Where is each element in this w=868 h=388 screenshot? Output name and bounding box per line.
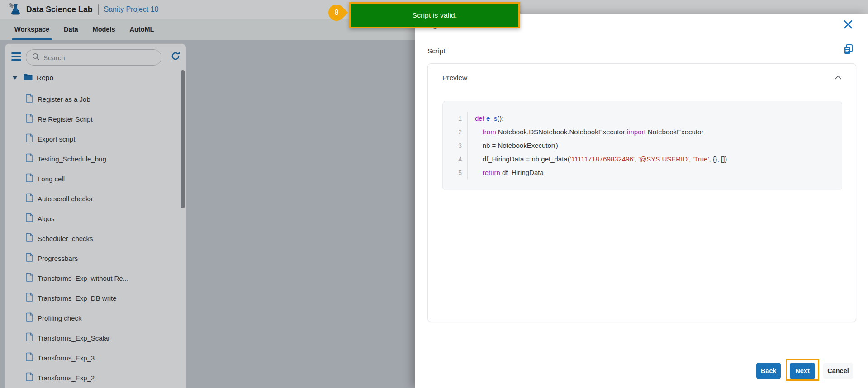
line-number: 5 bbox=[443, 166, 462, 180]
sidebar-file-item[interactable]: Register as a Job bbox=[5, 89, 182, 109]
code-text: nb = NotebookExecutor() bbox=[467, 139, 558, 152]
search-icon bbox=[32, 52, 40, 62]
tab-workspace[interactable]: Workspace bbox=[14, 19, 50, 40]
back-button[interactable]: Back bbox=[756, 363, 781, 379]
file-icon bbox=[26, 153, 33, 164]
sidebar-file-item[interactable]: Export script bbox=[5, 129, 182, 149]
file-icon bbox=[26, 233, 33, 244]
drawer-footer: Back Next Cancel 9 bbox=[415, 359, 868, 386]
file-item-label: Export script bbox=[38, 135, 75, 143]
file-icon bbox=[26, 253, 33, 264]
tab-label: Data bbox=[64, 26, 78, 33]
file-item-label: Profiling check bbox=[38, 314, 82, 322]
sidebar-item-repo[interactable]: Repo bbox=[5, 72, 186, 84]
sidebar-file-item[interactable]: Scheduler_checks bbox=[5, 228, 182, 248]
sidebar-file-item[interactable]: Transforms_Exp_without Re... bbox=[5, 268, 182, 288]
next-annotation-highlight: Next bbox=[786, 359, 819, 381]
file-icon bbox=[26, 332, 33, 343]
folder-icon bbox=[23, 73, 33, 83]
line-number: 3 bbox=[443, 139, 462, 152]
code-text: return df_HiringData bbox=[467, 166, 544, 180]
chevron-down-icon[interactable] bbox=[12, 74, 18, 82]
sidebar-file-item[interactable]: Testing_Schedule_bug bbox=[5, 149, 182, 169]
code-line: 2 from Notebook.DSNotebook.NotebookExecu… bbox=[443, 125, 842, 139]
code-text: def e_s(): bbox=[467, 112, 503, 125]
validation-toast: Script is valid. bbox=[349, 2, 520, 28]
sidebar-file-item[interactable]: Long cell bbox=[5, 169, 182, 189]
project-name[interactable]: Sanity Project 10 bbox=[104, 5, 159, 14]
tab-label: Workspace bbox=[14, 26, 49, 33]
sidebar-file-item[interactable]: Profiling check bbox=[5, 308, 182, 328]
search-box[interactable] bbox=[26, 49, 161, 66]
sidebar-file-item[interactable]: Transforms_Exp_Scalar bbox=[5, 328, 182, 348]
file-item-label: Auto scroll checks bbox=[38, 195, 92, 203]
code-line: 4 df_HiringData = nb.get_data('111117187… bbox=[443, 152, 842, 166]
tab-label: Models bbox=[93, 26, 115, 33]
toast-message: Script is valid. bbox=[413, 11, 457, 19]
file-item-label: Long cell bbox=[38, 175, 65, 183]
file-icon bbox=[26, 213, 33, 224]
next-button[interactable]: Next bbox=[790, 363, 815, 379]
sidebar-file-list: Register as a JobRe Register ScriptExpor… bbox=[5, 89, 182, 388]
sidebar-file-item[interactable]: Transforms_Exp_DB write bbox=[5, 288, 182, 308]
chevron-up-icon[interactable] bbox=[833, 74, 843, 82]
file-icon bbox=[26, 133, 33, 144]
sidebar-file-item[interactable]: Re Register Script bbox=[5, 109, 182, 129]
sidebar-file-item[interactable]: Algos bbox=[5, 208, 182, 228]
file-icon bbox=[26, 372, 33, 383]
file-item-label: Testing_Schedule_bug bbox=[38, 155, 106, 163]
file-item-label: Transforms_Exp_without Re... bbox=[38, 274, 128, 282]
sidebar-file-item[interactable]: Auto scroll checks bbox=[5, 189, 182, 208]
close-icon[interactable] bbox=[841, 18, 855, 32]
preview-card: Preview 1def e_s():2 from Notebook.DSNot… bbox=[427, 63, 856, 322]
hamburger-icon[interactable] bbox=[11, 52, 21, 61]
code-line: 3 nb = NotebookExecutor() bbox=[443, 139, 842, 152]
code-text: df_HiringData = nb.get_data('11111718769… bbox=[467, 152, 727, 166]
flask-icon bbox=[7, 2, 23, 17]
file-icon bbox=[26, 173, 33, 184]
line-number: 1 bbox=[443, 112, 462, 125]
code-preview-block: 1def e_s():2 from Notebook.DSNotebook.No… bbox=[442, 101, 842, 190]
file-item-label: Re Register Script bbox=[38, 115, 93, 123]
file-icon bbox=[26, 293, 33, 303]
title-divider bbox=[98, 4, 99, 15]
file-item-label: Progressbars bbox=[38, 255, 78, 262]
refresh-icon[interactable] bbox=[170, 51, 181, 62]
file-icon bbox=[26, 114, 33, 124]
code-line: 5 return df_HiringData bbox=[443, 166, 842, 180]
tab-automl[interactable]: AutoML bbox=[129, 19, 155, 40]
cancel-button[interactable]: Cancel bbox=[823, 363, 853, 379]
tab-models[interactable]: Models bbox=[92, 19, 116, 40]
sidebar-file-item[interactable]: Transforms_Exp_3 bbox=[5, 348, 182, 368]
file-icon bbox=[26, 193, 33, 204]
script-drawer: Script Preview 1def e_s():2 from Noteboo… bbox=[415, 14, 868, 388]
sidebar-file-item[interactable]: Transforms_Exp_2 bbox=[5, 368, 182, 388]
repo-folder-label: Repo bbox=[37, 74, 53, 82]
sidebar-file-item[interactable]: Progressbars bbox=[5, 248, 182, 268]
file-item-label: Scheduler_checks bbox=[38, 235, 93, 242]
tab-data[interactable]: Data bbox=[63, 19, 79, 40]
file-item-label: Transforms_Exp_3 bbox=[38, 354, 95, 362]
script-section-label: Script bbox=[427, 47, 446, 55]
copy-icon[interactable] bbox=[842, 43, 855, 56]
app-title: Data Science Lab bbox=[26, 5, 93, 14]
tab-label: AutoML bbox=[130, 26, 154, 33]
app-root: Data Science Lab Sanity Project 10 Works… bbox=[0, 0, 868, 388]
preview-title: Preview bbox=[442, 74, 467, 82]
file-icon bbox=[26, 273, 33, 284]
code-line: 1def e_s(): bbox=[443, 112, 842, 125]
file-icon bbox=[26, 352, 33, 363]
file-item-label: Transforms_Exp_2 bbox=[38, 374, 95, 382]
line-number: 2 bbox=[443, 125, 462, 139]
file-item-label: Algos bbox=[38, 215, 55, 222]
sidebar-header bbox=[5, 48, 186, 66]
sidebar: Repo Register as a JobRe Register Script… bbox=[5, 43, 186, 388]
file-item-label: Transforms_Exp_DB write bbox=[38, 294, 117, 302]
file-item-label: Transforms_Exp_Scalar bbox=[38, 334, 110, 342]
sidebar-scrollbar[interactable] bbox=[181, 70, 185, 208]
code-text: from Notebook.DSNotebook.NotebookExecuto… bbox=[467, 125, 703, 139]
file-icon bbox=[26, 312, 33, 323]
search-input[interactable] bbox=[43, 54, 147, 62]
file-icon bbox=[26, 94, 33, 104]
line-number: 4 bbox=[443, 152, 462, 166]
